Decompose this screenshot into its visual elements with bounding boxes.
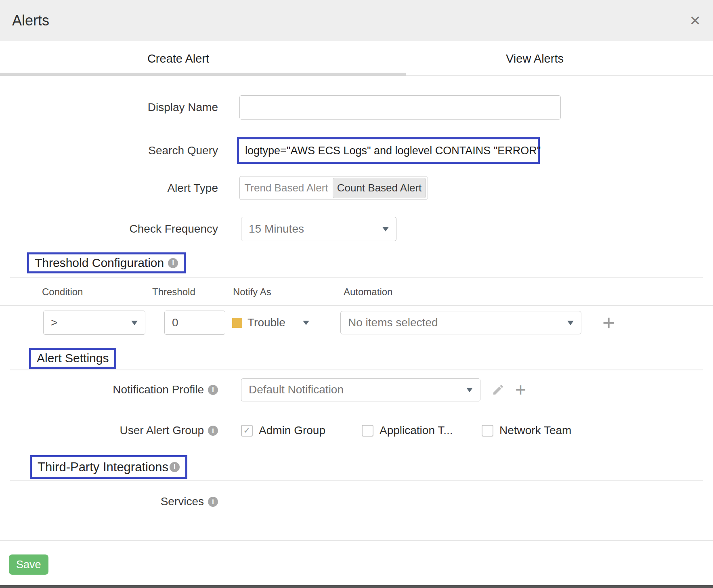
checkbox-admin-group[interactable]: ✓ Admin Group [241, 419, 325, 442]
save-button[interactable]: Save [9, 554, 48, 575]
chevron-down-icon [382, 227, 389, 231]
column-header-condition: Condition [42, 286, 83, 298]
third-party-integrations-section-header: Third-Party Integrations i [30, 455, 713, 479]
alert-type-option-trend[interactable]: Trend Based Alert [240, 176, 333, 200]
check-frequency-dropdown[interactable]: 15 Minutes [241, 217, 396, 241]
dialog-header: Alerts ✕ [0, 0, 713, 41]
services-row: Services i [0, 493, 713, 510]
user-alert-group-row: User Alert Group i ✓ Admin Group Applica… [0, 419, 713, 442]
notification-profile-dropdown[interactable]: Default Notification [241, 378, 480, 401]
divider [10, 480, 703, 481]
tab-create-alert[interactable]: Create Alert [0, 41, 356, 76]
check-frequency-label: Check Frequency [0, 223, 218, 235]
alert-type-label: Alert Type [0, 182, 218, 195]
search-query-row: Search Query logtype="AWS ECS Logs" and … [0, 137, 713, 164]
dialog-bottom-edge [0, 585, 713, 588]
user-alert-group-label-text: User Alert Group [120, 424, 204, 437]
condition-dropdown[interactable]: > [43, 311, 145, 335]
services-label-text: Services [161, 495, 204, 508]
threshold-configuration-title: Threshold Configuration [35, 256, 164, 270]
search-query-label: Search Query [0, 144, 218, 157]
check-frequency-value: 15 Minutes [249, 223, 304, 235]
alerts-dialog: Alerts ✕ Create Alert View Alerts Displa… [0, 0, 713, 588]
checkbox-unchecked-icon[interactable] [362, 425, 373, 437]
threshold-configuration-title-box: Threshold Configuration i [27, 252, 186, 273]
notification-profile-value: Default Notification [249, 383, 344, 396]
checkbox-label: Network Team [499, 424, 571, 437]
alert-type-row: Alert Type Trend Based Alert Count Based… [0, 176, 713, 200]
add-notification-profile-button[interactable]: + [515, 380, 526, 399]
notification-profile-row: Notification Profile i Default Notificat… [0, 378, 713, 401]
checkbox-unchecked-icon[interactable] [482, 425, 493, 437]
tab-view-alerts[interactable]: View Alerts [356, 41, 713, 76]
info-icon[interactable]: i [168, 258, 178, 268]
check-frequency-row: Check Frequency 15 Minutes [0, 217, 713, 241]
threshold-input[interactable]: 0 [164, 311, 225, 335]
checkbox-application-team[interactable]: Application T... [362, 419, 453, 442]
display-name-row: Display Name [0, 95, 713, 120]
notify-as-value: Trouble [247, 316, 285, 329]
trouble-color-swatch [232, 318, 242, 328]
column-header-threshold: Threshold [152, 286, 195, 298]
checkbox-label: Application T... [380, 424, 453, 437]
threshold-configuration-section-header: Threshold Configuration i [27, 252, 713, 273]
alert-type-option-count-selected[interactable]: Count Based Alert [333, 178, 426, 198]
search-query-input[interactable]: logtype="AWS ECS Logs" and loglevel CONT… [237, 137, 540, 164]
display-name-label: Display Name [0, 101, 218, 114]
info-icon[interactable]: i [208, 497, 218, 507]
add-threshold-row-button[interactable]: + [602, 311, 615, 335]
automation-dropdown[interactable]: No items selected [340, 311, 581, 334]
chevron-down-icon [466, 388, 473, 392]
notification-profile-label: Notification Profile i [0, 383, 218, 396]
column-header-notify-as: Notify As [233, 286, 271, 298]
info-icon[interactable]: i [170, 462, 180, 472]
display-name-input[interactable] [239, 95, 561, 120]
chevron-down-icon[interactable] [303, 321, 309, 325]
services-label: Services i [0, 495, 218, 508]
third-party-integrations-title: Third-Party Integrations [38, 460, 168, 475]
alert-settings-title: Alert Settings [37, 351, 109, 365]
page-title: Alerts [12, 12, 49, 29]
tab-bar: Create Alert View Alerts [0, 41, 713, 76]
alert-settings-section-header: Alert Settings [29, 348, 713, 369]
condition-value: > [51, 316, 57, 329]
notify-as-dropdown[interactable]: Trouble [232, 311, 285, 335]
threshold-table-headers: Condition Threshold Notify As Automation [0, 278, 713, 305]
chevron-down-icon [567, 321, 574, 325]
column-header-automation: Automation [344, 286, 392, 298]
divider [10, 370, 703, 370]
threshold-table-row: > 0 Trouble No items selected + [0, 311, 713, 335]
alert-settings-title-box: Alert Settings [29, 348, 116, 369]
third-party-integrations-title-box: Third-Party Integrations i [30, 455, 187, 479]
user-alert-group-label: User Alert Group i [0, 424, 218, 437]
info-icon[interactable]: i [208, 385, 218, 395]
dialog-footer: Save [0, 540, 713, 588]
notification-profile-label-text: Notification Profile [113, 383, 204, 396]
checkbox-checked-icon[interactable]: ✓ [241, 425, 253, 437]
checkbox-label: Admin Group [259, 424, 325, 437]
close-icon[interactable]: ✕ [690, 14, 701, 27]
active-tab-indicator [0, 73, 406, 76]
automation-value: No items selected [348, 316, 438, 329]
edit-pencil-icon[interactable] [492, 383, 505, 396]
alert-type-toggle: Trend Based Alert Count Based Alert [239, 176, 428, 200]
info-icon[interactable]: i [208, 426, 218, 436]
divider [0, 305, 713, 306]
chevron-down-icon [131, 321, 138, 325]
checkbox-network-team[interactable]: Network Team [482, 419, 571, 442]
